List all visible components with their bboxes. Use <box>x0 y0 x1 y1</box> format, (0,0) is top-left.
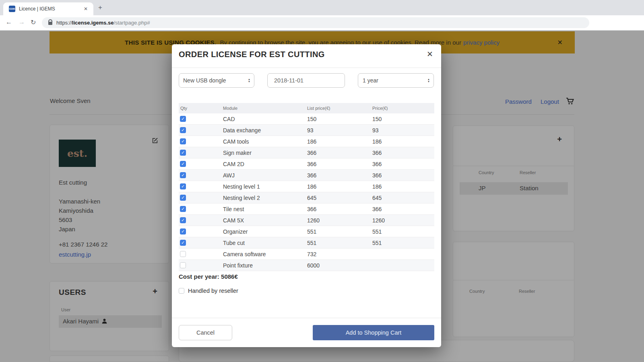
module-price: 150 <box>372 113 382 125</box>
module-checkbox[interactable]: ✓ <box>180 161 186 167</box>
start-date-value: 2018-11-01 <box>274 77 303 84</box>
module-table-row: ✓ CAM 2D 366 366 <box>179 158 434 170</box>
module-table-row: ✓ Sign maker 366 366 <box>179 147 434 158</box>
module-price: 366 <box>372 158 382 170</box>
period-select-value: 1 year <box>363 77 378 84</box>
url-host: license.igems.se <box>72 20 114 26</box>
module-checkbox[interactable] <box>180 262 186 268</box>
module-table-row: ✓ CAD 150 150 <box>179 113 434 125</box>
modal-close-icon[interactable]: ✕ <box>427 49 433 59</box>
module-list-price: 551 <box>307 237 316 249</box>
module-name: Sign maker <box>223 147 252 158</box>
select-stepper-icon: ▲▼ <box>248 78 250 83</box>
module-checkbox[interactable]: ✓ <box>180 240 186 246</box>
module-table-header: Qty Module List price(€) Price(€) <box>179 103 434 113</box>
module-list-price: 366 <box>307 158 316 170</box>
qty-header: Qty <box>180 103 187 113</box>
browser-tab[interactable]: IGEMS Licence | IGEMS ✕ <box>3 2 93 15</box>
module-list-price: 1260 <box>307 215 320 226</box>
add-to-cart-button[interactable]: Add to Shopping Cart <box>313 325 434 340</box>
module-list-price: 366 <box>307 204 316 215</box>
dongle-select[interactable]: New USB dongle ▲▼ <box>179 73 254 88</box>
module-name: CAM 2D <box>223 158 244 170</box>
module-table-row: ✓ Nesting level 1 186 186 <box>179 181 434 192</box>
module-list-price: 93 <box>307 125 314 136</box>
module-price: 366 <box>372 147 382 158</box>
module-name: CAD <box>223 113 235 125</box>
module-price: 551 <box>372 237 382 249</box>
module-name: Organizer <box>223 226 248 237</box>
tab-strip: IGEMS Licence | IGEMS ✕ + <box>0 0 644 15</box>
module-list-price: 186 <box>307 136 316 147</box>
price-header: Price(€) <box>372 103 388 113</box>
module-table-row: ✓ CAM tools 186 186 <box>179 136 434 147</box>
order-license-modal: ORDER LICENSE FOR EST CUTTING ✕ New USB … <box>172 44 441 347</box>
select-stepper-icon: ▲▼ <box>427 78 430 83</box>
module-name: Camera software <box>223 249 266 260</box>
igems-favicon-icon: IGEMS <box>9 6 15 12</box>
start-date-input[interactable]: 2018-11-01 <box>267 73 345 88</box>
reload-icon[interactable]: ↻ <box>31 19 36 26</box>
module-price: 1260 <box>372 215 385 226</box>
modal-footer-divider <box>172 318 441 318</box>
module-checkbox[interactable] <box>180 251 186 257</box>
back-icon[interactable]: ← <box>6 19 12 26</box>
module-name: Nesting level 2 <box>223 192 260 204</box>
module-name: CAM 5X <box>223 215 244 226</box>
module-checkbox[interactable]: ✓ <box>180 138 186 144</box>
module-list-price: 6000 <box>307 260 320 271</box>
module-list-price: 551 <box>307 226 316 237</box>
module-table-row: ✓ Tube cut 551 551 <box>179 237 434 249</box>
forward-icon: → <box>19 19 25 26</box>
module-price: 645 <box>372 192 382 204</box>
module-checkbox[interactable]: ✓ <box>180 206 186 212</box>
url-scheme: https:// <box>56 20 72 26</box>
address-bar[interactable]: https://license.igems.se/startpage.php# <box>42 17 589 28</box>
module-checkbox[interactable]: ✓ <box>180 172 186 178</box>
module-name: Tube cut <box>223 237 245 249</box>
module-checkbox[interactable]: ✓ <box>180 127 186 133</box>
module-table-row: Camera software 732 <box>179 249 434 260</box>
module-table-row: ✓ Data exchange 93 93 <box>179 125 434 136</box>
module-price: 186 <box>372 136 382 147</box>
handled-by-reseller-label: Handled by reseller <box>188 288 238 294</box>
cancel-button[interactable]: Cancel <box>179 325 232 340</box>
handled-by-reseller-row: Handled by reseller <box>179 288 238 294</box>
module-list-price: 645 <box>307 192 316 204</box>
module-name: Data exchange <box>223 125 261 136</box>
module-checkbox[interactable]: ✓ <box>180 116 186 122</box>
module-table-row: ✓ Nesting level 2 645 645 <box>179 192 434 204</box>
module-table-row: ✓ Organizer 551 551 <box>179 226 434 237</box>
module-name: AWJ <box>223 170 235 181</box>
module-table-rows: ✓ CAD 150 150 ✓ Data exchange 93 93 ✓ CA… <box>179 113 434 271</box>
module-list-price: 366 <box>307 170 316 181</box>
module-table-row: ✓ AWJ 366 366 <box>179 170 434 181</box>
module-checkbox[interactable]: ✓ <box>180 195 186 201</box>
browser-toolbar: ← → ↻ https://license.igems.se/startpage… <box>0 15 644 31</box>
module-name: Tile nest <box>223 204 244 215</box>
module-table-row: ✓ Tile nest 366 366 <box>179 204 434 215</box>
cost-per-year-text: Cost per year: 5086€ <box>179 273 238 280</box>
url-path: /startpage.php# <box>114 20 150 26</box>
module-checkbox[interactable]: ✓ <box>180 150 186 156</box>
module-table-row: ✓ CAM 5X 1260 1260 <box>179 215 434 226</box>
module-list-price: 732 <box>307 249 316 260</box>
tab-close-icon[interactable]: ✕ <box>81 6 90 12</box>
module-price: 551 <box>372 226 382 237</box>
module-checkbox[interactable]: ✓ <box>180 228 186 234</box>
tab-title: Licence | IGEMS <box>19 6 81 12</box>
browser-window: IGEMS Licence | IGEMS ✕ + ← → ↻ https://… <box>0 0 644 362</box>
period-select[interactable]: 1 year ▲▼ <box>358 73 434 88</box>
module-checkbox[interactable]: ✓ <box>180 217 186 223</box>
handled-by-reseller-checkbox[interactable] <box>179 288 184 294</box>
modal-divider <box>172 68 441 68</box>
module-checkbox[interactable]: ✓ <box>180 183 186 189</box>
module-header: Module <box>223 103 237 113</box>
module-table-row: Point fixture 6000 <box>179 260 434 271</box>
modal-title: ORDER LICENSE FOR EST CUTTING <box>179 50 325 59</box>
module-list-price: 366 <box>307 147 316 158</box>
secure-lock-icon <box>48 22 52 25</box>
module-list-price: 150 <box>307 113 316 125</box>
dongle-select-value: New USB dongle <box>183 77 226 84</box>
new-tab-button[interactable]: + <box>98 4 102 12</box>
